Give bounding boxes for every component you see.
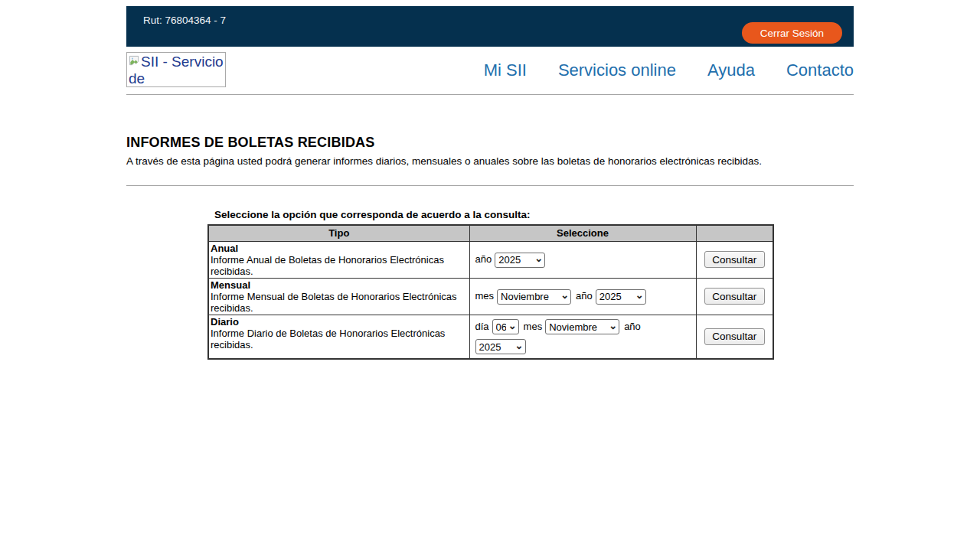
session-topbar: Rut: 76804364 - 7 Cerrar Sesión — [126, 6, 854, 47]
year-label: año — [576, 290, 593, 302]
main-content: INFORMES DE BOLETAS RECIBIDAS A través d… — [126, 135, 854, 360]
main-nav: Mi SII Servicios online Ayuda Contacto — [484, 60, 854, 80]
month-select-mensual[interactable]: Noviembre — [497, 289, 571, 305]
table-row-mensual: Mensual Informe Mensual de Boletas de Ho… — [208, 278, 773, 315]
page-description: A través de esta página usted podrá gene… — [126, 155, 854, 167]
page-title: INFORMES DE BOLETAS RECIBIDAS — [126, 135, 854, 151]
section-divider — [126, 185, 854, 186]
table-row-anual: Anual Informe Anual de Boletas de Honora… — [208, 241, 773, 278]
year-label: año — [475, 253, 492, 265]
tipo-label: Anual — [211, 243, 468, 254]
year-select-diario[interactable]: 2025 — [475, 339, 526, 354]
column-header-seleccione: Seleccione — [469, 225, 696, 241]
year-select-mensual[interactable]: 2025 — [596, 289, 646, 305]
column-header-tipo: Tipo — [208, 225, 469, 241]
rut-text: Rut: 76804364 - 7 — [143, 15, 226, 26]
consultar-button-diario[interactable]: Consultar — [704, 328, 765, 345]
sii-logo-link[interactable]: SII - Servicio de — [126, 52, 226, 87]
consultar-button-anual[interactable]: Consultar — [704, 251, 765, 268]
month-label: mes — [524, 321, 543, 332]
month-label: mes — [475, 290, 495, 302]
day-select-diario[interactable]: 06 — [492, 319, 519, 334]
table-row-diario: Diario Informe Diario de Boletas de Hono… — [208, 315, 773, 359]
consulta-table: Tipo Seleccione Anual Informe Anual de B… — [207, 224, 774, 360]
nav-link-mi-sii[interactable]: Mi SII — [484, 60, 527, 80]
tipo-label: Diario — [211, 316, 468, 328]
tipo-label: Mensual — [211, 279, 468, 291]
consulta-intro: Seleccione la opción que corresponda de … — [207, 209, 773, 220]
broken-image-icon — [129, 55, 140, 67]
tipo-description: Informe Mensual de Boletas de Honorarios… — [211, 291, 457, 314]
site-header: SII - Servicio de Mi SII Servicios onlin… — [126, 47, 854, 95]
page-container: Rut: 76804364 - 7 Cerrar Sesión SII - Se… — [126, 6, 854, 360]
nav-link-contacto[interactable]: Contacto — [786, 60, 854, 80]
tipo-description: Informe Anual de Boletas de Honorarios E… — [211, 254, 444, 277]
nav-link-ayuda[interactable]: Ayuda — [707, 60, 755, 80]
table-header-row: Tipo Seleccione — [208, 225, 773, 241]
tipo-description: Informe Diario de Boletas de Honorarios … — [211, 328, 445, 350]
year-select-anual[interactable]: 2025 — [495, 253, 545, 268]
column-header-empty — [696, 225, 773, 241]
consulta-section: Seleccione la opción que corresponda de … — [207, 209, 773, 360]
day-label: día — [475, 321, 489, 332]
month-select-diario[interactable]: Noviembre — [545, 319, 619, 334]
logo-alt-text: SII - Servicio de — [129, 54, 224, 86]
consultar-button-mensual[interactable]: Consultar — [704, 288, 765, 305]
year-label: año — [624, 321, 641, 332]
logout-button[interactable]: Cerrar Sesión — [742, 22, 842, 44]
nav-link-servicios-online[interactable]: Servicios online — [558, 60, 676, 80]
